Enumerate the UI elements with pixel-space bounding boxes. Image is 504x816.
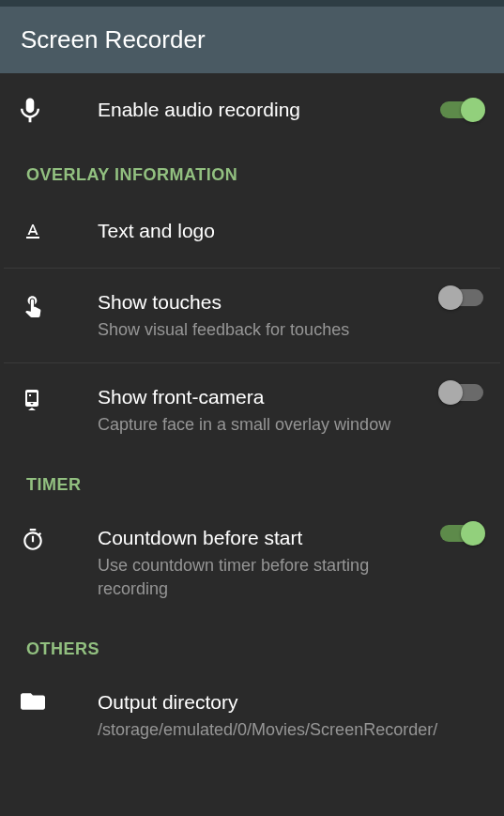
- folder-icon: [21, 689, 62, 712]
- setting-countdown[interactable]: Countdown before start Use countdown tim…: [0, 504, 504, 621]
- settings-list: Enable audio recording OVERLAY INFORMATI…: [0, 73, 504, 762]
- timer-icon: [21, 525, 62, 553]
- toggle-show-touches[interactable]: [440, 289, 483, 306]
- setting-enable-audio[interactable]: Enable audio recording: [0, 73, 504, 146]
- section-header-others: OTHERS: [0, 621, 504, 669]
- touch-icon: [21, 289, 62, 319]
- toggle-enable-audio[interactable]: [440, 101, 483, 118]
- section-header-overlay: OVERLAY INFORMATION: [0, 146, 504, 194]
- microphone-icon: [21, 96, 62, 124]
- status-bar: [0, 0, 504, 7]
- setting-show-touches[interactable]: Show touches Show visual feedback for to…: [0, 269, 504, 362]
- app-title: Screen Recorder: [21, 25, 483, 54]
- setting-description: Show visual feedback for touches: [98, 318, 421, 341]
- setting-front-camera[interactable]: Show front-camera Capture face in a smal…: [0, 363, 504, 457]
- setting-description: Use countdown timer before starting reco…: [98, 554, 421, 600]
- text-format-icon: [21, 219, 62, 243]
- setting-text-logo[interactable]: Text and logo: [0, 194, 504, 268]
- setting-description: /storage/emulated/0/Movies/ScreenRecorde…: [98, 718, 474, 741]
- setting-label: Countdown before start: [98, 525, 421, 550]
- setting-label: Enable audio recording: [98, 97, 421, 122]
- app-header: Screen Recorder: [0, 7, 504, 73]
- toggle-front-camera[interactable]: [440, 384, 483, 401]
- setting-label: Text and logo: [98, 218, 474, 243]
- setting-description: Capture face in a small overlay window: [98, 413, 421, 436]
- toggle-countdown[interactable]: [440, 525, 483, 542]
- setting-label: Show touches: [98, 289, 421, 315]
- setting-label: Output directory: [98, 689, 474, 715]
- setting-label: Show front-camera: [98, 384, 421, 409]
- setting-output-directory[interactable]: Output directory /storage/emulated/0/Mov…: [0, 669, 504, 762]
- section-header-timer: TIMER: [0, 456, 504, 504]
- front-camera-icon: [21, 384, 62, 414]
